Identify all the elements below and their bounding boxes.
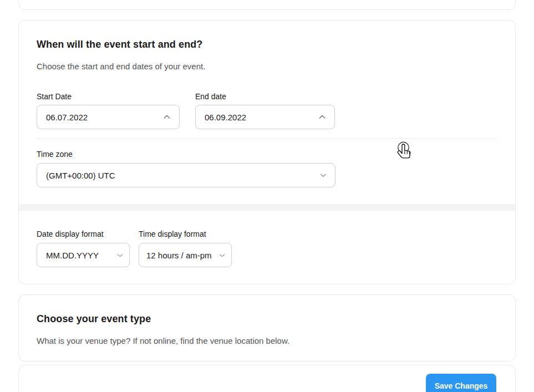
chevron-down-icon: [218, 252, 226, 259]
end-date-value: 06.09.2022: [205, 113, 318, 122]
start-date-value: 06.07.2022: [46, 113, 162, 122]
section-divider: [37, 138, 497, 139]
event-dates-subtitle: Choose the start and end dates of your e…: [37, 62, 205, 71]
time-format-select[interactable]: 12 hours / am-pm: [139, 243, 232, 267]
event-settings-page: When will the event start and end? Choos…: [0, 0, 534, 392]
event-type-subtitle: What is your venue type? If not online, …: [37, 336, 289, 345]
time-format-label: Time display format: [139, 230, 206, 238]
chevron-up-icon: [318, 113, 327, 121]
date-format-select[interactable]: MM.DD.YYYY: [37, 243, 130, 267]
start-date-label: Start Date: [37, 92, 72, 101]
chevron-up-icon: [162, 113, 171, 121]
save-bar: Save Changes: [18, 365, 516, 392]
subsection-separator-band: [19, 204, 515, 211]
time-zone-label: Time zone: [37, 150, 73, 159]
event-type-card: Choose your event type What is your venu…: [18, 294, 516, 362]
event-dates-card: When will the event start and end? Choos…: [18, 20, 516, 284]
previous-section-card-partial: [18, 0, 516, 10]
end-date-label: End date: [195, 92, 226, 101]
chevron-down-icon: [116, 252, 124, 259]
time-zone-value: (GMT+00:00) UTC: [46, 171, 319, 180]
start-date-input[interactable]: 06.07.2022: [37, 105, 180, 129]
date-format-value: MM.DD.YYYY: [46, 251, 116, 260]
event-dates-title: When will the event start and end?: [37, 39, 202, 50]
event-type-title: Choose your event type: [37, 313, 151, 324]
chevron-down-icon: [319, 171, 327, 179]
date-format-label: Date display format: [37, 230, 104, 238]
time-format-value: 12 hours / am-pm: [146, 251, 218, 260]
time-zone-select[interactable]: (GMT+00:00) UTC: [37, 163, 335, 187]
save-changes-button[interactable]: Save Changes: [426, 374, 496, 392]
end-date-input[interactable]: 06.09.2022: [195, 105, 335, 129]
